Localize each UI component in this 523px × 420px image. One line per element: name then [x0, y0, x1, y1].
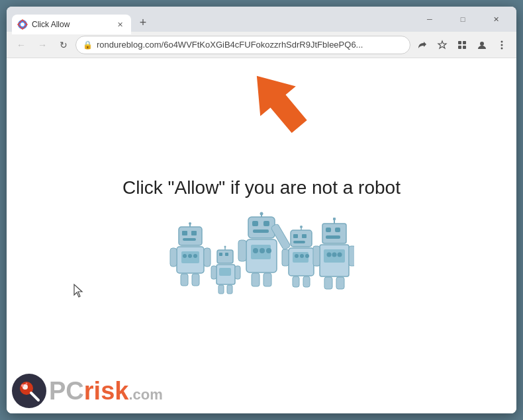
new-tab-button[interactable]: +: [134, 13, 152, 32]
svg-rect-3: [463, 41, 466, 44]
svg-rect-41: [252, 221, 258, 226]
arrow-container: [248, 65, 308, 140]
svg-point-22: [193, 254, 197, 258]
close-button[interactable]: ✕: [481, 9, 511, 30]
main-message: Click "Allow" if you are not a robot: [122, 177, 401, 198]
svg-rect-80: [336, 277, 344, 289]
svg-point-14: [189, 222, 191, 225]
svg-point-77: [332, 253, 337, 257]
svg-rect-36: [211, 266, 216, 279]
active-tab[interactable]: Click Allow ✕: [12, 15, 131, 34]
svg-rect-12: [179, 227, 202, 245]
pcrisk-logo: [12, 374, 46, 408]
pcrisk-watermark: PCrisk.com: [7, 368, 168, 413]
svg-point-86: [21, 384, 24, 387]
svg-rect-38: [248, 217, 275, 238]
svg-rect-37: [235, 266, 240, 279]
svg-point-8: [501, 44, 503, 46]
svg-point-1: [21, 22, 24, 26]
svg-rect-24: [192, 274, 199, 286]
svg-rect-51: [238, 240, 246, 261]
svg-rect-2: [458, 41, 461, 44]
svg-rect-23: [181, 274, 188, 286]
svg-rect-30: [219, 253, 222, 256]
orange-arrow-icon: [248, 65, 308, 138]
forward-button[interactable]: →: [33, 36, 52, 54]
svg-point-78: [338, 253, 342, 257]
profile-icon: [477, 40, 487, 50]
minimize-button[interactable]: ─: [414, 9, 445, 30]
share-icon: [417, 40, 428, 50]
svg-point-6: [480, 42, 484, 46]
profile-button[interactable]: [473, 36, 491, 54]
tab-favicon: [17, 19, 28, 30]
svg-point-62: [300, 254, 304, 258]
svg-rect-5: [463, 46, 466, 49]
pc-text: PC: [49, 377, 84, 405]
svg-point-61: [295, 254, 299, 258]
svg-rect-43: [253, 230, 269, 233]
svg-rect-26: [204, 248, 211, 267]
svg-rect-71: [326, 228, 331, 232]
svg-rect-58: [293, 241, 305, 243]
tab-title: Click Allow: [32, 20, 110, 29]
address-bar[interactable]: 🔒 rondureblog.com/6o4WVFtKoXGiB4cFUFokoz…: [75, 36, 410, 54]
svg-point-21: [188, 254, 192, 258]
pcrisk-logo-icon: [16, 378, 42, 404]
extension-button[interactable]: [453, 36, 471, 54]
svg-marker-11: [248, 65, 308, 138]
maximize-button[interactable]: □: [448, 9, 478, 30]
svg-point-76: [327, 253, 332, 257]
svg-rect-25: [170, 248, 177, 267]
svg-rect-49: [252, 273, 260, 286]
svg-rect-34: [218, 285, 224, 294]
svg-rect-70: [333, 218, 336, 220]
svg-rect-65: [303, 276, 310, 287]
svg-point-55: [300, 226, 303, 228]
pcrisk-brand-text: PCrisk.com: [49, 377, 163, 405]
svg-rect-27: [217, 250, 233, 263]
title-bar: Click Allow ✕ + ─ □ ✕: [7, 7, 516, 32]
back-button[interactable]: ←: [12, 36, 30, 54]
window-controls: ─ □ ✕: [414, 9, 511, 30]
svg-point-40: [260, 212, 263, 216]
svg-rect-73: [326, 235, 340, 239]
svg-point-20: [183, 254, 187, 258]
svg-rect-31: [225, 253, 228, 256]
svg-point-63: [305, 254, 309, 258]
svg-line-85: [31, 393, 38, 400]
nav-actions: [413, 36, 511, 54]
svg-rect-66: [282, 249, 289, 266]
nav-bar: ← → ↻ 🔒 rondureblog.com/6o4WVFtKoXGiB4cF…: [7, 32, 516, 58]
svg-rect-16: [191, 231, 197, 235]
page-content: Click "Allow" if you are not a robot: [7, 58, 516, 413]
mouse-cursor: [73, 283, 86, 301]
svg-rect-35: [227, 285, 232, 294]
svg-point-9: [501, 47, 503, 49]
menu-button[interactable]: [493, 36, 511, 54]
star-icon: [437, 40, 448, 50]
svg-point-48: [266, 248, 271, 253]
svg-point-29: [224, 246, 226, 248]
svg-rect-33: [219, 268, 231, 276]
reload-button[interactable]: ↻: [54, 36, 73, 54]
cursor-icon: [73, 283, 86, 298]
svg-rect-53: [291, 230, 312, 247]
svg-rect-57: [302, 234, 307, 238]
svg-rect-15: [182, 231, 187, 235]
svg-point-46: [253, 248, 258, 253]
svg-rect-68: [322, 224, 346, 243]
share-button[interactable]: [413, 36, 432, 54]
url-text: rondureblog.com/6o4WVFtKoXGiB4cFUFokozzr…: [97, 40, 403, 50]
svg-point-7: [501, 40, 503, 42]
svg-rect-79: [324, 277, 332, 289]
com-text: .com: [128, 386, 162, 403]
lock-icon: 🔒: [83, 40, 93, 50]
favicon-icon: [17, 19, 28, 30]
bookmark-button[interactable]: [433, 36, 452, 54]
svg-rect-50: [263, 273, 271, 286]
tab-close-button[interactable]: ✕: [114, 19, 126, 30]
tabs-area: Click Allow ✕ +: [12, 7, 414, 32]
svg-rect-81: [313, 246, 320, 266]
robots-svg: [169, 210, 354, 323]
